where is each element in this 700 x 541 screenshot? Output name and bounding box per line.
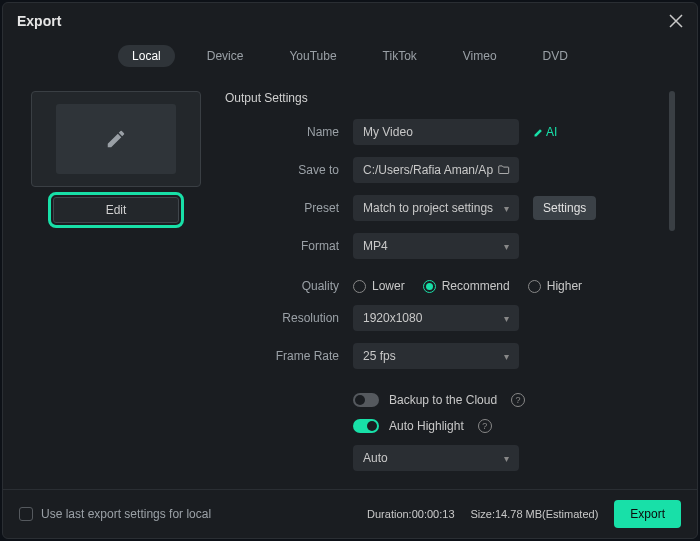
chevron-down-icon: ▾ bbox=[504, 313, 509, 324]
close-icon[interactable] bbox=[669, 14, 683, 28]
tab-vimeo[interactable]: Vimeo bbox=[449, 45, 511, 67]
preset-select[interactable]: Match to project settings ▾ bbox=[353, 195, 519, 221]
tabs: Local Device YouTube TikTok Vimeo DVD bbox=[3, 39, 697, 77]
chevron-down-icon: ▾ bbox=[504, 453, 509, 464]
use-last-settings-checkbox[interactable]: Use last export settings for local bbox=[19, 507, 211, 521]
backup-toggle[interactable] bbox=[353, 393, 379, 407]
format-select[interactable]: MP4 ▾ bbox=[353, 233, 519, 259]
resolution-label: Resolution bbox=[225, 311, 353, 325]
saveto-input[interactable]: C:/Users/Rafia Aman/AppData bbox=[353, 157, 519, 183]
autohighlight-select[interactable]: Auto ▾ bbox=[353, 445, 519, 471]
framerate-select[interactable]: 25 fps ▾ bbox=[353, 343, 519, 369]
footer: Use last export settings for local Durat… bbox=[3, 489, 697, 538]
quality-lower-radio[interactable]: Lower bbox=[353, 279, 405, 293]
duration-stat: Duration:00:00:13 bbox=[367, 508, 454, 520]
autohighlight-label: Auto Highlight bbox=[389, 419, 464, 433]
settings-button[interactable]: Settings bbox=[533, 196, 596, 220]
quality-higher-radio[interactable]: Higher bbox=[528, 279, 582, 293]
tab-device[interactable]: Device bbox=[193, 45, 258, 67]
preset-label: Preset bbox=[225, 201, 353, 215]
chevron-down-icon: ▾ bbox=[504, 351, 509, 362]
quality-recommend-radio[interactable]: Recommend bbox=[423, 279, 510, 293]
help-icon[interactable]: ? bbox=[478, 419, 492, 433]
saveto-label: Save to bbox=[225, 163, 353, 177]
quality-label: Quality bbox=[225, 279, 353, 293]
tab-tiktok[interactable]: TikTok bbox=[369, 45, 431, 67]
edit-icon bbox=[105, 128, 127, 150]
titlebar: Export bbox=[3, 3, 697, 39]
tab-youtube[interactable]: YouTube bbox=[275, 45, 350, 67]
scrollbar[interactable] bbox=[669, 91, 675, 231]
resolution-select[interactable]: 1920x1080 ▾ bbox=[353, 305, 519, 331]
preview-thumbnail bbox=[31, 91, 201, 187]
edit-button[interactable]: Edit bbox=[53, 197, 179, 223]
export-button[interactable]: Export bbox=[614, 500, 681, 528]
output-settings-heading: Output Settings bbox=[225, 91, 679, 105]
format-label: Format bbox=[225, 239, 353, 253]
framerate-label: Frame Rate bbox=[225, 349, 353, 363]
chevron-down-icon: ▾ bbox=[504, 203, 509, 214]
chevron-down-icon: ▾ bbox=[504, 241, 509, 252]
help-icon[interactable]: ? bbox=[511, 393, 525, 407]
tab-dvd[interactable]: DVD bbox=[529, 45, 582, 67]
folder-icon[interactable] bbox=[497, 163, 511, 177]
name-input[interactable]: My Video bbox=[353, 119, 519, 145]
name-label: Name bbox=[225, 125, 353, 139]
backup-label: Backup to the Cloud bbox=[389, 393, 497, 407]
dialog-title: Export bbox=[17, 13, 61, 29]
size-stat: Size:14.78 MB(Estimated) bbox=[471, 508, 599, 520]
autohighlight-toggle[interactable] bbox=[353, 419, 379, 433]
tab-local[interactable]: Local bbox=[118, 45, 175, 67]
ai-icon[interactable]: AI bbox=[533, 125, 557, 139]
export-dialog: Export Local Device YouTube TikTok Vimeo… bbox=[2, 2, 698, 539]
